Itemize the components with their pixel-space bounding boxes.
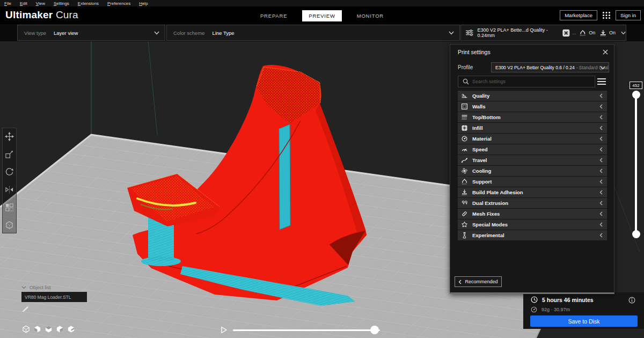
rotate-tool-icon[interactable] (5, 167, 14, 177)
category-label: Build Plate Adhesion (472, 189, 523, 195)
chevron-left-icon (599, 126, 603, 130)
recommended-mode-button[interactable]: Recommended (455, 276, 502, 287)
adhesion-badge-icon (599, 29, 607, 37)
view-front-icon[interactable] (33, 325, 41, 333)
object-list-header[interactable]: Object list (21, 285, 51, 290)
chevron-left-icon (458, 280, 462, 284)
menu-item-view[interactable]: View (32, 1, 49, 6)
top-bottom-icon (461, 114, 468, 121)
speed-icon (461, 146, 468, 153)
play-icon[interactable] (219, 325, 229, 335)
material-usage-estimate: 92g · 30.97m (541, 307, 570, 312)
view-left-icon[interactable] (56, 325, 64, 333)
menu-item-extensions[interactable]: Extensions (74, 1, 103, 6)
settings-category-quality[interactable]: Quality (458, 91, 607, 101)
category-label: Dual Extrusion (472, 200, 508, 206)
current-layer-indicator: 452 (630, 82, 642, 89)
app-switcher-icon[interactable] (602, 11, 611, 19)
infill-badge-icon (562, 29, 570, 37)
view-right-icon[interactable] (67, 325, 75, 333)
color-scheme-dropdown[interactable]: Color scheme Line Type (166, 25, 460, 41)
cooling-icon (461, 167, 468, 174)
tab-prepare[interactable]: PREPARE (254, 10, 294, 21)
settings-category-cooling[interactable]: Cooling (458, 166, 607, 176)
settings-category-infill[interactable]: Infill (458, 123, 607, 133)
category-label: Mesh Fixes (472, 211, 500, 217)
chevron-left-icon (599, 104, 603, 109)
settings-category-material[interactable]: Material (458, 134, 607, 144)
menu-item-preferences[interactable]: Preferences (103, 1, 135, 6)
settings-category-walls[interactable]: Walls (458, 101, 607, 112)
settings-category-build-plate-adhesion[interactable]: Build Plate Adhesion (458, 187, 607, 197)
color-scheme-value: Line Type (213, 30, 235, 36)
layer-slider-top-handle[interactable] (632, 91, 640, 99)
support-badge-icon (579, 29, 587, 37)
settings-category-mesh-fixes[interactable]: Mesh Fixes (458, 209, 607, 219)
info-icon[interactable] (628, 297, 635, 304)
logo-secondary: Cura (56, 9, 78, 20)
menu-item-file[interactable]: File (0, 1, 16, 6)
scale-tool-icon[interactable] (5, 150, 14, 159)
scene-tools-toolbar (2, 128, 17, 233)
settings-category-top-bottom[interactable]: Top/Bottom (458, 112, 607, 122)
layer-slider-bottom-handle[interactable] (632, 230, 640, 238)
category-label: Travel (472, 157, 487, 163)
sign-in-button[interactable]: Sign in (616, 10, 641, 20)
color-scheme-label: Color scheme (173, 30, 205, 36)
support-state: On (589, 30, 595, 35)
profile-dropdown[interactable]: E300 V2 PLA+ Better Quality 0.6 / 0.24 -… (491, 62, 609, 72)
search-settings-box (458, 76, 595, 87)
menu-item-settings[interactable]: Settings (49, 1, 74, 6)
layer-slider-track[interactable] (635, 94, 637, 235)
settings-category-support[interactable]: Support (458, 177, 607, 187)
special-modes-icon (461, 221, 468, 228)
tab-preview[interactable]: PREVIEW (302, 10, 341, 21)
stage-tabs: PREPARE PREVIEW MONITOR (254, 10, 390, 21)
close-icon[interactable] (602, 49, 609, 55)
panel-title: Print settings (458, 49, 491, 55)
mirror-tool-icon[interactable] (5, 185, 14, 194)
profile-value: E300 V2 PLA+ Better Quality 0.6 / 0.24 (495, 65, 575, 70)
printer-config-ellipsis: ... (572, 30, 576, 35)
support-icon (461, 178, 468, 185)
settings-category-travel[interactable]: Travel (458, 155, 607, 165)
printer-config-summary: E300 V2 PLA+ Bette...d Quality - 0.24mm (478, 27, 559, 38)
view-3d-icon[interactable] (22, 325, 30, 333)
settings-category-speed[interactable]: Speed (458, 144, 607, 155)
simulation-slider[interactable] (233, 325, 380, 335)
view-top-icon[interactable] (45, 325, 53, 333)
menu-item-edit[interactable]: Edit (16, 1, 32, 6)
support-blocker-icon[interactable] (5, 221, 14, 230)
chevron-left-icon (599, 222, 603, 227)
print-job-summary-panel: 5 hours 46 minutes 92g · 30.97m Save to … (523, 292, 644, 329)
menu-item-help[interactable]: Help (135, 1, 152, 6)
settings-category-experimental[interactable]: Experimental (458, 230, 607, 240)
view-type-value: Layer view (54, 30, 78, 36)
simulation-slider-track[interactable] (233, 329, 380, 331)
settings-category-dual-extrusion[interactable]: Dual Extrusion (458, 198, 607, 208)
simulation-playbar (219, 325, 380, 335)
view-type-dropdown[interactable]: View type Layer view (17, 25, 165, 41)
mesh-fixes-icon (461, 210, 468, 217)
save-to-disk-button[interactable]: Save to Disk (530, 315, 638, 327)
print-setup-selector[interactable]: E300 V2 PLA+ Bette...d Quality - 0.24mm … (460, 25, 626, 41)
object-list-label: Object list (30, 285, 51, 290)
camera-view-buttons (22, 325, 75, 333)
support-slot (279, 124, 290, 230)
object-list-item[interactable]: VR80 Mag Loader.STL (21, 292, 87, 302)
category-label: Infill (472, 125, 483, 131)
search-settings-input[interactable] (472, 79, 595, 84)
per-model-settings-icon[interactable] (5, 203, 14, 212)
adhesion-state: On (609, 30, 616, 35)
quality-icon (461, 92, 468, 99)
tab-monitor[interactable]: MONITOR (350, 10, 390, 21)
marketplace-button[interactable]: Marketplace (560, 10, 597, 20)
settings-category-special-modes[interactable]: Special Modes (458, 219, 607, 230)
infill-icon (461, 124, 468, 131)
settings-category-list: Quality Walls Top/Bottom Infill Material… (458, 91, 607, 241)
settings-visibility-menu-icon[interactable] (597, 77, 606, 86)
move-tool-icon[interactable] (5, 132, 14, 141)
simulation-slider-handle[interactable] (370, 326, 379, 334)
chevron-left-icon (599, 136, 603, 141)
travel-icon (461, 157, 468, 164)
